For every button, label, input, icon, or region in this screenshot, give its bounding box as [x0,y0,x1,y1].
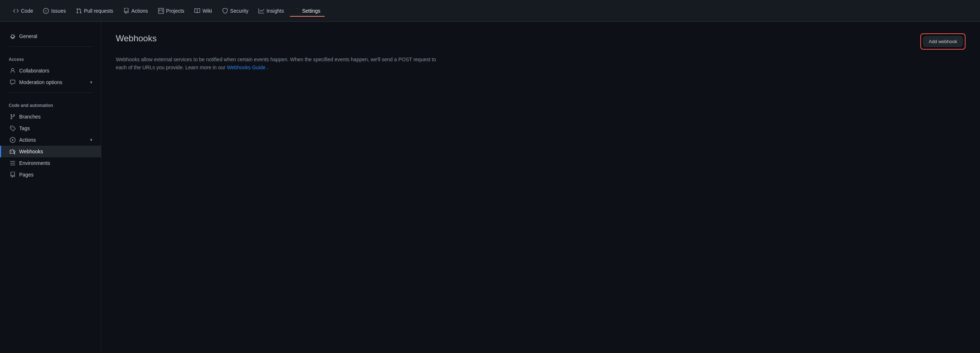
actions-row: Actions ▾ [19,137,92,143]
nav-security[interactable]: Security [218,5,253,17]
sidebar-item-general[interactable]: General [0,30,101,42]
actions-sidebar-icon [10,137,16,143]
sidebar-actions-label: Actions [19,137,36,143]
sidebar-item-environments[interactable]: Environments [0,157,101,169]
branch-icon [10,114,16,120]
moderation-chevron: ▾ [90,80,92,85]
add-webhook-btn-container: Add webhook [920,34,966,50]
wiki-icon [194,8,200,14]
nav-code-label: Code [21,8,33,14]
nav-settings[interactable]: Settings [290,5,325,17]
nav-actions-label: Actions [131,8,148,14]
projects-icon [158,8,164,14]
nav-actions[interactable]: Actions [119,5,152,17]
actions-chevron: ▾ [90,137,92,142]
sidebar-item-actions[interactable]: Actions ▾ [0,134,101,146]
pages-icon [10,172,16,177]
tag-icon [10,125,16,131]
nav-pull-requests[interactable]: Pull requests [72,5,118,17]
environments-icon [10,160,16,166]
nav-code[interactable]: Code [9,5,37,17]
sidebar-item-branches[interactable]: Branches [0,111,101,123]
sidebar-divider-2 [9,93,92,93]
nav-wiki[interactable]: Wiki [190,5,216,17]
code-icon [13,8,19,14]
nav-wiki-label: Wiki [202,8,212,14]
top-navigation: Code Issues Pull requests Actions Projec… [0,0,980,22]
description-main: Webhooks allow external services to be n… [116,56,436,70]
page-title: Webhooks [116,34,157,43]
nav-issues[interactable]: Issues [39,5,70,17]
nav-projects-label: Projects [166,8,185,14]
sidebar-webhooks-label: Webhooks [19,149,43,154]
add-webhook-button[interactable]: Add webhook [923,36,963,47]
pr-icon [76,8,82,14]
gear-icon [10,34,16,39]
sidebar-item-moderation[interactable]: Moderation options ▾ [0,77,101,88]
nav-pr-label: Pull requests [84,8,113,14]
main-content: Webhooks Add webhook Webhooks allow exte… [101,22,980,353]
person-icon [10,68,16,73]
insights-icon [258,8,264,14]
sidebar-collaborators-label: Collaborators [19,68,49,73]
sidebar-item-pages[interactable]: Pages [0,169,101,180]
sidebar: General Access Collaborators Moderation … [0,22,101,353]
nav-issues-label: Issues [51,8,65,14]
sidebar-item-collaborators[interactable]: Collaborators [0,65,101,77]
sidebar-item-webhooks[interactable]: Webhooks [0,146,101,157]
security-icon [222,8,228,14]
description-text: Webhooks allow external services to be n… [116,56,442,72]
moderation-row: Moderation options ▾ [19,79,92,85]
sidebar-branches-label: Branches [19,114,41,120]
webhooks-guide-link[interactable]: Webhooks Guide [227,64,266,70]
description-end: . [267,64,269,70]
settings-nav-icon [294,8,300,14]
comment-icon [10,79,16,85]
nav-insights-label: Insights [266,8,284,14]
sidebar-section-code-automation: Code and automation [0,97,101,111]
sidebar-general-label: General [19,34,37,39]
nav-projects[interactable]: Projects [154,5,189,17]
content-header: Webhooks Add webhook [116,34,966,50]
sidebar-tags-label: Tags [19,125,30,131]
nav-insights[interactable]: Insights [254,5,288,17]
sidebar-moderation-label: Moderation options [19,79,62,85]
sidebar-environments-label: Environments [19,160,50,166]
webhook-icon [10,149,16,154]
sidebar-divider-1 [9,46,92,47]
actions-nav-icon [123,8,129,14]
page-layout: General Access Collaborators Moderation … [0,22,980,353]
nav-security-label: Security [230,8,249,14]
sidebar-item-tags[interactable]: Tags [0,123,101,134]
issues-icon [43,8,49,14]
nav-settings-label: Settings [302,8,321,14]
sidebar-pages-label: Pages [19,172,33,177]
sidebar-section-access: Access [0,51,101,65]
